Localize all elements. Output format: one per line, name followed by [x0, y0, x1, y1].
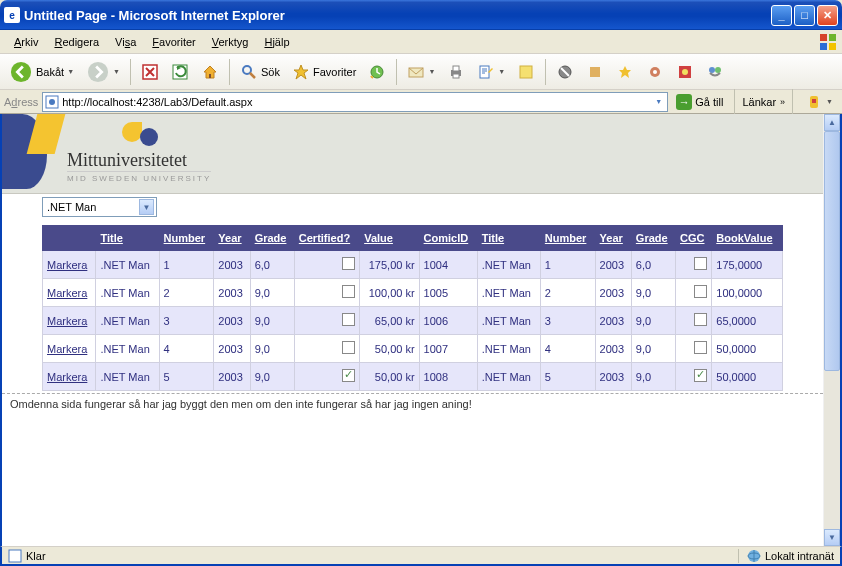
cell: Markera — [43, 335, 96, 363]
home-button[interactable] — [196, 59, 224, 85]
discuss-button[interactable] — [512, 59, 540, 85]
print-button[interactable] — [442, 59, 470, 85]
cgc-checkbox[interactable] — [694, 369, 707, 382]
svg-rect-2 — [820, 43, 827, 50]
tool-icon — [586, 63, 604, 81]
column-header[interactable]: Year — [595, 226, 631, 251]
history-button[interactable] — [363, 59, 391, 85]
menu-hjalp[interactable]: Hjälp — [256, 33, 297, 51]
svg-rect-28 — [812, 99, 816, 103]
column-header[interactable]: Grade — [631, 226, 675, 251]
title-dropdown[interactable]: .NET Man ▼ — [42, 197, 157, 217]
column-header[interactable]: Number — [159, 226, 214, 251]
close-button[interactable]: ✕ — [817, 5, 838, 26]
minimize-button[interactable]: _ — [771, 5, 792, 26]
addressbar: Adress ▼ → Gå till Länkar » ▼ — [0, 90, 842, 114]
stop-icon — [141, 63, 159, 81]
column-header[interactable]: Title — [477, 226, 540, 251]
norton-button[interactable]: ▼ — [800, 89, 838, 115]
cgc-checkbox[interactable] — [694, 313, 707, 326]
links-label[interactable]: Länkar — [742, 96, 776, 108]
certified-checkbox[interactable] — [342, 285, 355, 298]
cell — [676, 251, 712, 279]
certified-checkbox[interactable] — [342, 257, 355, 270]
tool-btn-1[interactable] — [551, 59, 579, 85]
column-header[interactable]: Grade — [250, 226, 294, 251]
address-input[interactable] — [62, 96, 652, 108]
cell: 9,0 — [631, 363, 675, 391]
column-header[interactable]: CGC — [676, 226, 712, 251]
cell: 2003 — [214, 307, 250, 335]
logo-title: Mittuniversitetet — [67, 150, 211, 171]
shield-icon — [805, 93, 823, 111]
select-link[interactable]: Markera — [47, 259, 87, 271]
favorites-label: Favoriter — [313, 66, 356, 78]
maximize-button[interactable]: □ — [794, 5, 815, 26]
cell — [676, 335, 712, 363]
messenger-button[interactable] — [701, 59, 729, 85]
cell: 175,00 kr — [360, 251, 419, 279]
tool-btn-3[interactable] — [611, 59, 639, 85]
menu-verktyg[interactable]: Verktyg — [204, 33, 257, 51]
column-header[interactable]: Certified? — [294, 226, 359, 251]
edit-button[interactable]: ▼ — [472, 59, 510, 85]
cell: 2003 — [595, 307, 631, 335]
column-header[interactable]: Year — [214, 226, 250, 251]
table-row: Markera.NET Man320039,065,00 kr1006.NET … — [43, 307, 783, 335]
column-header[interactable]: Value — [360, 226, 419, 251]
cell: 9,0 — [250, 307, 294, 335]
back-button[interactable]: Bakåt ▼ — [4, 56, 79, 88]
certified-checkbox[interactable] — [342, 369, 355, 382]
column-header[interactable]: BookValue — [712, 226, 783, 251]
scroll-thumb[interactable] — [824, 131, 840, 371]
search-button[interactable]: Sök — [235, 59, 285, 85]
select-link[interactable]: Markera — [47, 371, 87, 383]
select-link[interactable]: Markera — [47, 287, 87, 299]
refresh-button[interactable] — [166, 59, 194, 85]
cgc-checkbox[interactable] — [694, 257, 707, 270]
menu-favoriter[interactable]: Favoriter — [144, 33, 203, 51]
stop-button[interactable] — [136, 59, 164, 85]
vertical-scrollbar[interactable]: ▲ ▼ — [823, 114, 840, 546]
tool-btn-5[interactable] — [671, 59, 699, 85]
cell: 9,0 — [250, 279, 294, 307]
cell: 9,0 — [250, 363, 294, 391]
cell: .NET Man — [477, 335, 540, 363]
go-icon: → — [676, 94, 692, 110]
menu-arkiv[interactable]: Arkiv — [6, 33, 46, 51]
forward-button[interactable]: ▼ — [81, 56, 125, 88]
menu-visa[interactable]: Visa — [107, 33, 144, 51]
mail-button[interactable]: ▼ — [402, 59, 440, 85]
column-header[interactable] — [43, 226, 96, 251]
cell: 50,0000 — [712, 363, 783, 391]
address-input-wrap[interactable]: ▼ — [42, 92, 668, 112]
cgc-checkbox[interactable] — [694, 341, 707, 354]
cell: 6,0 — [631, 251, 675, 279]
tool-btn-4[interactable] — [641, 59, 669, 85]
statusbar: Klar Lokalt intranät — [0, 546, 842, 566]
footer-message: Omdenna sida fungerar så har jag byggt d… — [2, 393, 823, 412]
page-content: Mittuniversitetet MID SWEDEN UNIVERSITY … — [2, 114, 823, 546]
favorites-button[interactable]: Favoriter — [287, 59, 361, 85]
column-header[interactable]: Number — [540, 226, 595, 251]
status-text: Klar — [26, 550, 738, 562]
cell — [294, 307, 359, 335]
cell: Markera — [43, 363, 96, 391]
home-icon — [201, 63, 219, 81]
select-link[interactable]: Markera — [47, 343, 87, 355]
column-header[interactable]: ComicID — [419, 226, 477, 251]
certified-checkbox[interactable] — [342, 313, 355, 326]
select-link[interactable]: Markera — [47, 315, 87, 327]
menu-redigera[interactable]: Redigera — [46, 33, 107, 51]
certified-checkbox[interactable] — [342, 341, 355, 354]
scroll-down-button[interactable]: ▼ — [824, 529, 840, 546]
cell: .NET Man — [96, 307, 159, 335]
dropdown-arrow-icon[interactable]: ▼ — [652, 98, 665, 105]
cgc-checkbox[interactable] — [694, 285, 707, 298]
cell: 4 — [540, 335, 595, 363]
security-zone: Lokalt intranät — [738, 549, 834, 563]
column-header[interactable]: Title — [96, 226, 159, 251]
tool-btn-2[interactable] — [581, 59, 609, 85]
scroll-up-button[interactable]: ▲ — [824, 114, 840, 131]
go-button[interactable]: → Gå till — [672, 92, 727, 112]
